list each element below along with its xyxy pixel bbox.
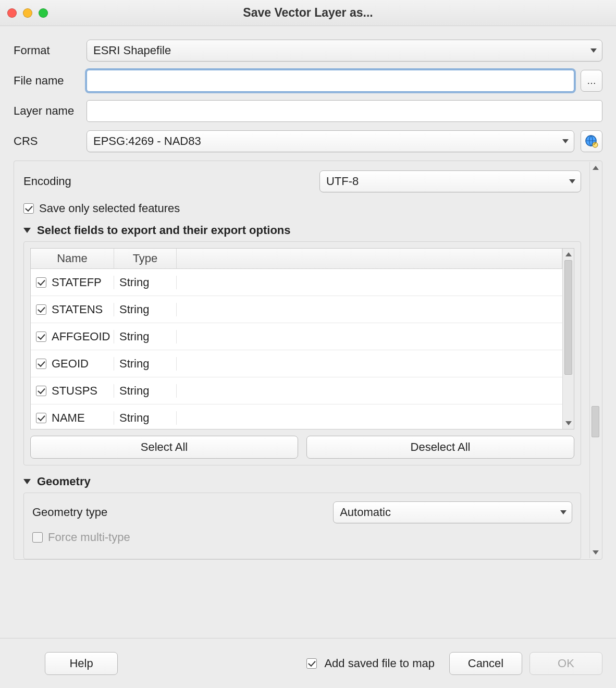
geometry-section-header[interactable]: Geometry (23, 475, 581, 488)
col-name-header[interactable]: Name (31, 249, 114, 268)
deselect-all-button[interactable]: Deselect All (306, 436, 574, 459)
save-selected-checkbox[interactable] (23, 203, 34, 214)
field-type: String (114, 411, 177, 425)
disclosure-triangle-icon (23, 479, 31, 484)
field-type: String (114, 357, 177, 371)
format-label: Format (14, 44, 87, 57)
layername-label: Layer name (14, 104, 87, 118)
field-checkbox[interactable] (36, 277, 46, 288)
ok-button: OK (529, 652, 602, 675)
field-checkbox[interactable] (36, 304, 46, 315)
globe-icon (585, 134, 598, 148)
table-row[interactable]: AFFGEOIDString (31, 323, 562, 350)
fields-table: Name Type STATEFPStringSTATENSStringAFFG… (30, 248, 574, 429)
field-name: STUSPS (52, 384, 97, 398)
encoding-label: Encoding (23, 175, 71, 188)
table-row[interactable]: STATEFPString (31, 269, 562, 296)
fields-group: Name Type STATEFPStringSTATENSStringAFFG… (23, 241, 581, 465)
geometry-section-title: Geometry (37, 475, 91, 488)
crs-label: CRS (14, 134, 87, 148)
field-checkbox[interactable] (36, 331, 46, 342)
fields-section-title: Select fields to export and their export… (37, 224, 291, 237)
field-type: String (114, 330, 177, 343)
force-multitype-label: Force multi-type (48, 531, 130, 544)
layername-input[interactable] (87, 100, 602, 122)
disclosure-triangle-icon (23, 228, 31, 233)
field-type: String (114, 303, 177, 316)
add-to-map-label: Add saved file to map (324, 657, 435, 670)
window-controls (7, 8, 48, 18)
table-row[interactable]: STUSPSString (31, 377, 562, 404)
filename-label: File name (14, 74, 87, 88)
panel-scrollbar[interactable] (589, 162, 601, 558)
filename-input[interactable] (87, 70, 574, 92)
chevron-down-icon (562, 139, 569, 143)
cancel-button[interactable]: Cancel (449, 652, 522, 675)
geometry-type-value: Automatic (340, 506, 391, 519)
table-row[interactable]: STATENSString (31, 296, 562, 323)
field-checkbox[interactable] (36, 413, 46, 423)
field-name: GEOID (52, 357, 89, 371)
geometry-type-label: Geometry type (32, 506, 107, 519)
crs-value: EPSG:4269 - NAD83 (93, 134, 201, 148)
dialog-body: Format ESRI Shapefile File name … Layer … (0, 26, 616, 560)
crs-combobox[interactable]: EPSG:4269 - NAD83 (87, 130, 574, 152)
col-type-header[interactable]: Type (114, 249, 177, 268)
save-selected-label: Save only selected features (39, 202, 180, 215)
close-window-icon[interactable] (7, 8, 17, 18)
chevron-down-icon (560, 510, 566, 514)
options-panel: Encoding UTF-8 Save only selected featur… (14, 161, 602, 560)
add-to-map-checkbox[interactable] (306, 658, 317, 669)
table-row[interactable]: NAMEString (31, 404, 562, 429)
chevron-down-icon (569, 179, 575, 183)
help-button[interactable]: Help (45, 652, 118, 675)
field-type: String (114, 384, 177, 398)
browse-filepath-button[interactable]: … (581, 70, 602, 92)
field-name: STATEFP (52, 276, 102, 289)
force-multitype-checkbox (32, 532, 43, 543)
minimize-window-icon[interactable] (23, 8, 32, 18)
format-value: ESRI Shapefile (93, 44, 171, 57)
field-name: AFFGEOID (52, 330, 110, 343)
format-combobox[interactable]: ESRI Shapefile (87, 40, 602, 62)
field-checkbox[interactable] (36, 359, 46, 369)
table-row[interactable]: GEOIDString (31, 350, 562, 377)
fields-section-header[interactable]: Select fields to export and their export… (23, 224, 581, 237)
field-checkbox[interactable] (36, 386, 46, 396)
table-body: STATEFPStringSTATENSStringAFFGEOIDString… (31, 269, 562, 429)
select-all-button[interactable]: Select All (30, 436, 298, 459)
geometry-group: Geometry type Automatic Force multi-type (23, 493, 581, 559)
ellipsis-icon: … (587, 76, 596, 87)
titlebar: Save Vector Layer as... (0, 0, 616, 26)
geometry-type-combobox[interactable]: Automatic (333, 501, 572, 523)
table-header: Name Type (31, 249, 562, 269)
zoom-window-icon[interactable] (39, 8, 48, 18)
field-name: STATENS (52, 303, 103, 316)
encoding-combobox[interactable]: UTF-8 (319, 170, 581, 192)
chevron-down-icon (590, 48, 597, 53)
field-name: NAME (52, 411, 85, 425)
crs-selector-button[interactable] (581, 130, 602, 152)
window-title: Save Vector Layer as... (0, 6, 616, 20)
field-type: String (114, 276, 177, 289)
table-scrollbar[interactable] (562, 249, 574, 429)
dialog-footer: Help Add saved file to map Cancel OK (0, 638, 616, 688)
encoding-value: UTF-8 (326, 175, 359, 188)
